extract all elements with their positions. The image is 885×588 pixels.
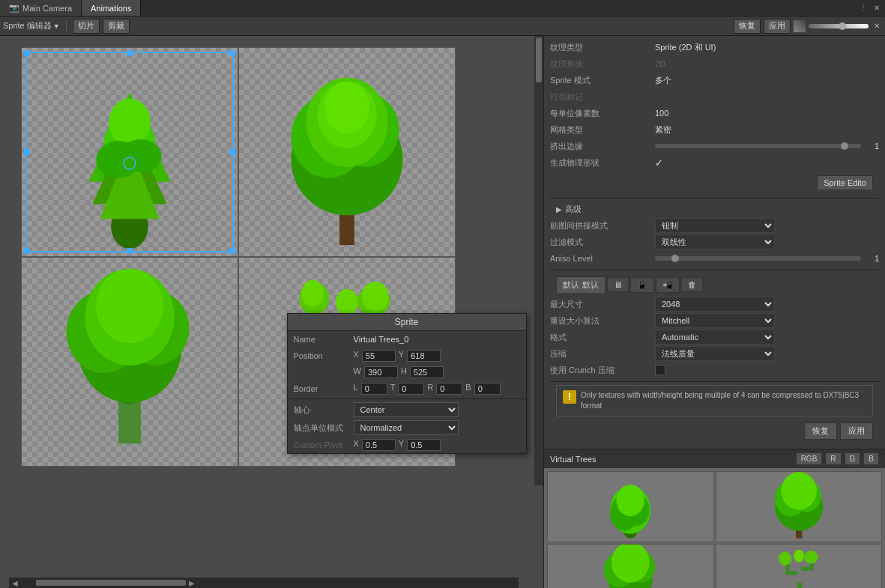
pixels-per-unit-label: 每单位像素数: [550, 108, 655, 119]
sprite-editor-btn[interactable]: Sprite Edito: [817, 175, 873, 190]
tree-sprite-1: [239, 48, 455, 256]
warning-icon: !: [563, 390, 576, 404]
border-r-input[interactable]: [436, 383, 462, 395]
max-size-label: 最大尺寸: [550, 299, 655, 310]
popup-custom-pivot-row: Custom Pivot X Y: [288, 437, 526, 453]
custom-y-input[interactable]: [407, 439, 441, 451]
custom-x-input[interactable]: [362, 439, 396, 451]
custom-x-label: X: [354, 439, 359, 451]
popup-border-row: Border L T R B: [288, 381, 526, 397]
sprite-mode-value: 多个: [655, 75, 879, 86]
tab-main-camera[interactable]: 📷 Main Camera: [0, 0, 82, 16]
tab-menu-icon[interactable]: ⋮: [858, 3, 869, 13]
color-button[interactable]: [794, 20, 806, 32]
extrude-slider[interactable]: [655, 144, 861, 148]
restore-button[interactable]: 恢复: [734, 19, 761, 34]
pos-y-input[interactable]: [407, 350, 441, 362]
tab-close-icon[interactable]: ✕: [872, 3, 882, 13]
sprite-cell-1[interactable]: [238, 47, 456, 257]
apply-prop-btn[interactable]: 应用: [840, 422, 873, 440]
tablet-icon: 📱: [637, 280, 647, 290]
tab-animations[interactable]: Animations: [82, 0, 141, 16]
pixels-per-unit-row: 每单位像素数 100: [550, 105, 879, 121]
compress-row: 压缩 法线质量: [550, 345, 879, 362]
max-size-select[interactable]: 2048: [655, 297, 775, 312]
horizontal-scrollbar[interactable]: ◀ ▶: [9, 578, 519, 588]
svg-point-39: [617, 485, 644, 516]
border-l-label: L: [354, 383, 358, 395]
pivot-mode-select[interactable]: Normalized: [354, 420, 459, 435]
max-size-row: 最大尺寸 2048: [550, 296, 879, 312]
atlas-tile-select[interactable]: 钮制: [655, 218, 775, 233]
compress-select[interactable]: 法线质量: [655, 346, 775, 361]
sprite-cell-2[interactable]: [21, 257, 238, 467]
border-l-input[interactable]: [361, 383, 387, 395]
pos-x-input[interactable]: [362, 350, 396, 362]
preview-sprite-0: [547, 471, 714, 542]
border-b-input[interactable]: [474, 383, 501, 395]
resize-algo-select[interactable]: Mitchell: [655, 313, 775, 328]
extrude-slider-thumb[interactable]: [841, 142, 848, 150]
svg-point-16: [324, 82, 369, 134]
toolbar: Sprite 编辑器 ▼ 切片 剪裁 恢复 应用 ✕: [0, 16, 885, 36]
texture-type-row: 纹理类型 Sprite (2D 和 UI): [550, 39, 879, 55]
slice-button[interactable]: 切片: [73, 19, 100, 34]
sprite-cell-0[interactable]: [21, 47, 238, 257]
platform-tab-default[interactable]: 默认 默认: [556, 276, 605, 293]
border-t-input[interactable]: [398, 383, 424, 395]
sprite-mode-label: Sprite 模式: [550, 75, 655, 86]
format-select[interactable]: Automatic: [655, 330, 775, 345]
texture-shape-label: 纹理形状: [550, 58, 655, 70]
platform-tab-trash[interactable]: 🗑: [681, 277, 703, 292]
aniso-slider-thumb[interactable]: [671, 255, 679, 262]
popup-pivot-mode-label: 轴点单位模式: [294, 422, 354, 434]
h-scrollbar-thumb[interactable]: [36, 580, 186, 586]
scroll-right-btn[interactable]: ▶: [186, 579, 198, 587]
svg-point-6: [109, 99, 151, 147]
sprite-editor-dropdown[interactable]: Sprite 编辑器 ▼: [3, 20, 60, 31]
platform-tab-phone[interactable]: 📲: [656, 277, 680, 293]
extrude-label: 挤出边缘: [550, 141, 655, 152]
popup-custom-pivot-label: Custom Pivot: [294, 440, 354, 449]
sprite-canvas[interactable]: Sprite Name Virtual Trees_0 Position X Y: [0, 36, 543, 588]
advanced-section-header[interactable]: ▶ 高级: [550, 201, 879, 217]
popup-title: Sprite: [288, 314, 526, 331]
pos-h-input[interactable]: [410, 366, 444, 378]
section-divider-2: [550, 270, 879, 270]
filter-mode-select[interactable]: 双线性: [655, 234, 775, 249]
pivot-select[interactable]: Center: [354, 402, 459, 417]
pos-w-label: W: [354, 366, 361, 378]
right-panel: 纹理类型 Sprite (2D 和 UI) 纹理形状 2D Sprite 模式 …: [543, 36, 885, 588]
crunch-checkbox[interactable]: [655, 365, 665, 375]
warning-text: Only textures with width/height being mu…: [581, 390, 866, 411]
zoom-slider-track[interactable]: [809, 24, 869, 28]
apply-button[interactable]: 应用: [764, 19, 791, 34]
vertical-scrollbar[interactable]: [534, 36, 543, 485]
aniso-slider[interactable]: [655, 256, 861, 261]
zoom-slider-thumb[interactable]: [839, 22, 846, 30]
top-tab-bar: 📷 Main Camera Animations ⋮ ✕: [0, 0, 885, 16]
b-btn[interactable]: B: [863, 452, 879, 465]
extrude-slider-container: 1: [655, 142, 879, 151]
zoom-slider-container: [809, 24, 869, 28]
restore-prop-btn[interactable]: 恢复: [804, 422, 837, 440]
svg-point-8: [120, 139, 162, 172]
platform-tab-tablet[interactable]: 📱: [630, 277, 654, 293]
scroll-left-btn[interactable]: ◀: [9, 579, 21, 587]
default-icon: 默认: [582, 279, 599, 291]
platform-tab-monitor[interactable]: 🖥: [607, 277, 629, 292]
v-scrollbar-thumb[interactable]: [536, 37, 542, 82]
trim-button[interactable]: 剪裁: [103, 19, 130, 34]
dropdown-arrow-icon: ▼: [53, 22, 60, 30]
mesh-type-value: 紧密: [655, 124, 879, 136]
filter-mode-row: 过滤模式 双线性: [550, 234, 879, 250]
rgb-btn[interactable]: RGB: [796, 452, 823, 465]
aniso-value: 1: [864, 254, 879, 263]
r-btn[interactable]: R: [825, 452, 841, 465]
g-btn[interactable]: G: [845, 452, 861, 465]
custom-y-label: Y: [399, 439, 404, 451]
toolbar-close-icon[interactable]: ✕: [872, 21, 882, 31]
pos-w-input[interactable]: [364, 366, 398, 378]
tab-icons: ⋮ ✕: [858, 3, 885, 13]
pos-h-label: H: [401, 366, 407, 378]
